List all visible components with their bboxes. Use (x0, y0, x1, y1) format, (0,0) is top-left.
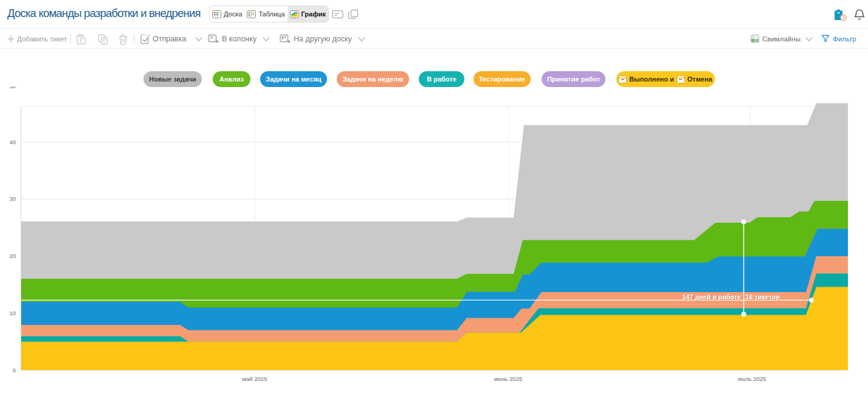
svg-text:147 дней в работе: 147 дней в работе (682, 293, 741, 301)
svg-text:20: 20 (9, 253, 16, 259)
svg-text:30: 30 (9, 195, 16, 202)
svg-text:16 тикетов: 16 тикетов (746, 293, 780, 301)
svg-text:июнь 2025: июнь 2025 (494, 375, 522, 382)
svg-text:май 2025: май 2025 (243, 375, 267, 382)
svg-text:10: 10 (9, 310, 16, 316)
svg-text:50: 50 (9, 83, 16, 89)
svg-text:40: 40 (9, 139, 16, 145)
svg-text:0: 0 (13, 367, 16, 374)
svg-text:июль 2025: июль 2025 (738, 375, 766, 382)
